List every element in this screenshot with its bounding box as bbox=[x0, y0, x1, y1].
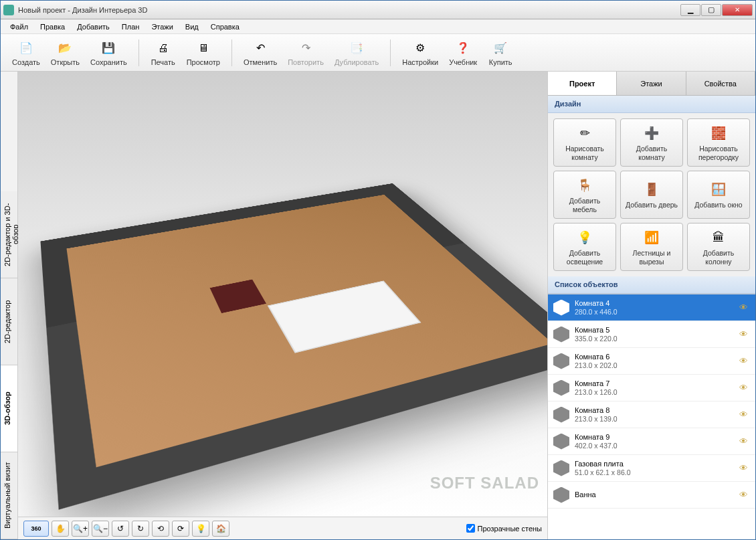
draw-room-button-icon: ✏ bbox=[575, 124, 594, 143]
menu-2[interactable]: Добавить bbox=[72, 21, 115, 33]
rotate360-button[interactable]: 360 bbox=[23, 521, 49, 537]
undo-button-icon: ↶ bbox=[252, 39, 269, 57]
object-icon bbox=[553, 353, 569, 369]
open-button[interactable]: 📂Открыть bbox=[46, 36, 84, 70]
menu-6[interactable]: Справка bbox=[205, 21, 245, 33]
design-section-header: Дизайн bbox=[548, 96, 755, 113]
pan-button[interactable]: ✋ bbox=[52, 521, 69, 537]
tilt-left-button[interactable]: ⟲ bbox=[152, 521, 169, 537]
help-button[interactable]: ❓Учебник bbox=[444, 36, 482, 70]
add-column-button[interactable]: 🏛Добавить колонну bbox=[687, 223, 750, 271]
viewport: SOFT SALAD 360✋🔍+🔍−↺↻⟲⟳💡🏠Прозрачные стен… bbox=[18, 72, 548, 539]
add-furniture-button-icon: 🪑 bbox=[575, 176, 594, 195]
new-button-label: Создать bbox=[12, 58, 40, 66]
duplicate-button[interactable]: 📑Дублировать bbox=[330, 36, 383, 70]
object-row-6[interactable]: Газовая плита51.0 x 62.1 x 86.0👁 bbox=[548, 455, 755, 482]
home-view-button[interactable]: 🏠 bbox=[212, 521, 229, 537]
add-window-button[interactable]: 🪟Добавить окно bbox=[687, 171, 750, 219]
stairs-button[interactable]: 📶Лестницы и вырезы bbox=[620, 223, 683, 271]
object-row-3[interactable]: Комната 7213.0 x 126.0👁 bbox=[548, 375, 755, 401]
transparent-walls-checkbox[interactable]: Прозрачные стены bbox=[466, 524, 542, 533]
vertical-tab-3[interactable]: 2D-редактор и 3D-обзор bbox=[1, 191, 17, 278]
visibility-icon[interactable]: 👁 bbox=[739, 302, 750, 312]
visibility-icon[interactable]: 👁 bbox=[739, 463, 750, 473]
add-light-button[interactable]: 💡Добавить освещение bbox=[553, 223, 616, 271]
settings-button[interactable]: ⚙Настройки bbox=[397, 36, 443, 70]
add-door-button[interactable]: 🚪Добавить дверь bbox=[620, 171, 683, 219]
design-grid: ✏Нарисовать комнату➕Добавить комнату🧱Нар… bbox=[548, 113, 755, 276]
watermark: SOFT SALAD bbox=[430, 474, 539, 492]
visibility-icon[interactable]: 👁 bbox=[739, 329, 750, 339]
open-button-label: Открыть bbox=[51, 58, 80, 66]
close-button[interactable] bbox=[722, 4, 753, 16]
orbit-left-button[interactable]: ↺ bbox=[112, 521, 129, 537]
undo-button[interactable]: ↶Отменить bbox=[239, 36, 282, 70]
redo-button-icon: ↷ bbox=[297, 39, 314, 57]
zoom-in-button[interactable]: 🔍+ bbox=[72, 521, 89, 537]
objects-section-header: Список объектов bbox=[548, 276, 755, 294]
duplicate-button-label: Дублировать bbox=[335, 58, 379, 66]
menu-0[interactable]: Файл bbox=[5, 21, 33, 33]
toolbar: 📄Создать📂Открыть💾Сохранить🖨Печать🖥Просмо… bbox=[1, 34, 755, 72]
save-button[interactable]: 💾Сохранить bbox=[86, 36, 132, 70]
stairs-button-icon: 📶 bbox=[642, 228, 661, 247]
menu-1[interactable]: Правка bbox=[35, 21, 70, 33]
window-controls bbox=[680, 4, 753, 16]
object-row-4[interactable]: Комната 8213.0 x 139.0👁 bbox=[548, 401, 755, 428]
panel-tab-1[interactable]: Этажи bbox=[617, 72, 686, 95]
3d-canvas[interactable]: SOFT SALAD bbox=[18, 72, 547, 517]
object-row-0[interactable]: Комната 4280.0 x 446.0👁 bbox=[548, 294, 755, 321]
orbit-right-button[interactable]: ↻ bbox=[132, 521, 149, 537]
redo-button[interactable]: ↷Повторить bbox=[283, 36, 328, 70]
visibility-icon[interactable]: 👁 bbox=[739, 490, 750, 500]
new-button[interactable]: 📄Создать bbox=[7, 36, 45, 70]
room-mockup bbox=[40, 183, 547, 510]
save-button-label: Сохранить bbox=[90, 58, 127, 66]
add-light-button-icon: 💡 bbox=[575, 228, 594, 247]
visibility-icon[interactable]: 👁 bbox=[739, 383, 750, 393]
menu-4[interactable]: Этажи bbox=[146, 21, 178, 33]
maximize-button[interactable] bbox=[701, 4, 721, 16]
vertical-tab-2[interactable]: 2D-редактор bbox=[1, 278, 17, 365]
visibility-icon[interactable]: 👁 bbox=[739, 356, 750, 366]
object-icon bbox=[553, 487, 569, 503]
print-button[interactable]: 🖨Печать bbox=[146, 36, 181, 70]
draw-partition-button[interactable]: 🧱Нарисовать перегородку bbox=[687, 118, 750, 167]
save-button-icon: 💾 bbox=[100, 39, 117, 57]
object-row-5[interactable]: Комната 9402.0 x 437.0👁 bbox=[548, 428, 755, 455]
app-icon bbox=[3, 5, 14, 15]
object-row-1[interactable]: Комната 5335.0 x 220.0👁 bbox=[548, 321, 755, 348]
add-door-button-icon: 🚪 bbox=[642, 180, 661, 199]
zoom-out-button[interactable]: 🔍− bbox=[92, 521, 109, 537]
visibility-icon[interactable]: 👁 bbox=[739, 436, 750, 446]
visibility-icon[interactable]: 👁 bbox=[739, 410, 750, 420]
menu-3[interactable]: План bbox=[116, 21, 145, 33]
draw-room-button[interactable]: ✏Нарисовать комнату bbox=[553, 118, 616, 167]
object-name: Комната 8 bbox=[575, 406, 734, 415]
vertical-tab-1[interactable]: 3D-обзор bbox=[1, 365, 17, 452]
preview-button[interactable]: 🖥Просмотр bbox=[182, 36, 225, 70]
minimize-button[interactable] bbox=[680, 4, 700, 16]
print-button-label: Печать bbox=[151, 58, 175, 66]
light-button[interactable]: 💡 bbox=[192, 521, 209, 537]
help-button-icon: ❓ bbox=[454, 39, 472, 57]
redo-button-label: Повторить bbox=[288, 58, 324, 66]
object-row-7[interactable]: Ванна👁 bbox=[548, 482, 755, 509]
window-title: Новый проект - Дизайн Интерьера 3D bbox=[18, 6, 680, 14]
object-dims: 335.0 x 220.0 bbox=[575, 335, 734, 343]
menu-5[interactable]: Вид bbox=[180, 21, 204, 33]
open-button-icon: 📂 bbox=[56, 39, 74, 57]
add-room-button[interactable]: ➕Добавить комнату bbox=[620, 118, 683, 167]
titlebar: Новый проект - Дизайн Интерьера 3D bbox=[1, 1, 755, 19]
vertical-tab-0[interactable]: Виртуальный визит bbox=[1, 452, 17, 539]
object-dims: 51.0 x 62.1 x 86.0 bbox=[575, 468, 734, 477]
buy-button-label: Купить bbox=[489, 58, 512, 66]
add-furniture-button[interactable]: 🪑Добавить мебель bbox=[553, 171, 616, 219]
object-row-2[interactable]: Комната 6213.0 x 202.0👁 bbox=[548, 348, 755, 375]
panel-tab-0[interactable]: Проект bbox=[548, 72, 617, 95]
tilt-right-button[interactable]: ⟳ bbox=[172, 521, 189, 537]
new-button-icon: 📄 bbox=[17, 39, 35, 57]
panel-tab-2[interactable]: Свойства bbox=[686, 72, 755, 95]
buy-button[interactable]: 🛒Купить bbox=[483, 36, 518, 70]
preview-button-icon: 🖥 bbox=[195, 39, 212, 57]
